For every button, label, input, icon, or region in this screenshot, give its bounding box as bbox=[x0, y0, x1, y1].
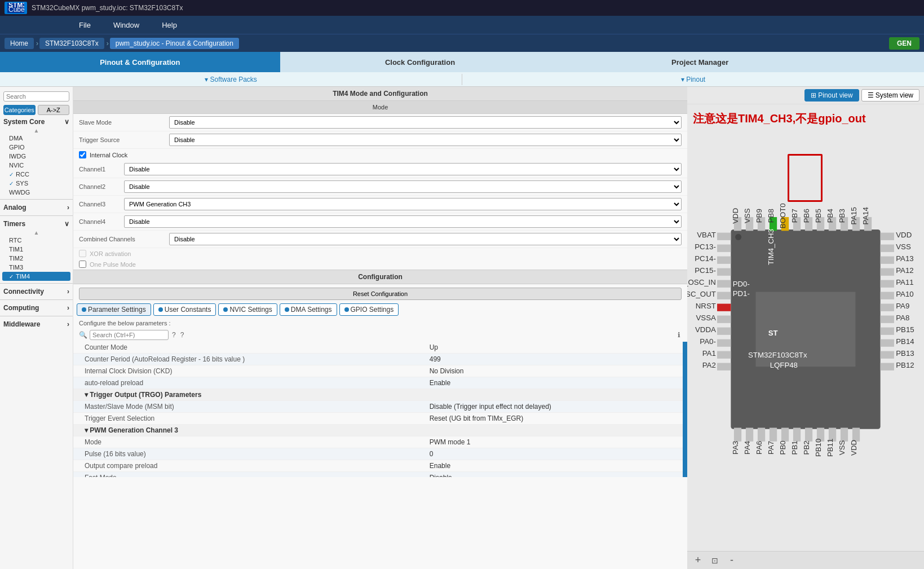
sidebar-item-sys[interactable]: SYS bbox=[0, 179, 73, 188]
svg-rect-95 bbox=[781, 428, 789, 442]
tab-project-manager[interactable]: Project Manager bbox=[560, 52, 840, 72]
one-pulse-checkbox[interactable] bbox=[79, 261, 86, 268]
svg-text:PA2: PA2 bbox=[702, 361, 716, 369]
sub-tab-nvic[interactable]: NVIC Settings bbox=[218, 303, 277, 316]
one-pulse-row: One Pulse Mode bbox=[73, 259, 687, 270]
table-row: Counter Mode Up bbox=[73, 342, 687, 354]
tab-clock-configuration[interactable]: Clock Configuration bbox=[280, 52, 560, 72]
sidebar-section-computing[interactable]: Computing › bbox=[0, 302, 73, 314]
dot-dma bbox=[285, 307, 289, 312]
svg-rect-45 bbox=[717, 292, 731, 299]
sidebar-section-connectivity[interactable]: Connectivity › bbox=[0, 286, 73, 297]
table-row: Counter Period (AutoReload Register - 16… bbox=[73, 354, 687, 365]
sidebar-section-system-core[interactable]: System Core ∨ bbox=[0, 116, 73, 127]
params-help-icon-2[interactable]: ? bbox=[179, 330, 185, 340]
svg-rect-42 bbox=[717, 280, 731, 288]
scroll-up-indicator[interactable]: ▲ bbox=[0, 127, 73, 134]
breadcrumb-project[interactable]: pwm_study.ioc - Pinout & Configuration bbox=[110, 38, 239, 49]
breadcrumb-mcu[interactable]: STM32F103C8Tx bbox=[39, 38, 104, 49]
sidebar-item-tim2[interactable]: TIM2 bbox=[0, 254, 73, 263]
breadcrumb-arrow-2: › bbox=[107, 39, 109, 47]
svg-point-109 bbox=[735, 234, 741, 240]
sidebar-item-wwdg[interactable]: WWDG bbox=[0, 188, 73, 197]
tab-pinout-view[interactable]: ⊞ Pinout view bbox=[804, 89, 859, 102]
sidebar-item-rtc[interactable]: RTC bbox=[0, 236, 73, 245]
trigger-source-select[interactable]: Disable bbox=[169, 134, 682, 146]
menu-help[interactable]: Help bbox=[151, 21, 188, 29]
menu-window[interactable]: Window bbox=[102, 21, 151, 29]
channel2-select[interactable]: Disable bbox=[124, 180, 682, 193]
params-info-icon[interactable]: ℹ bbox=[677, 330, 682, 340]
combined-channels-select[interactable]: Disable bbox=[169, 233, 682, 245]
sidebar-section-timers[interactable]: Timers ∨ bbox=[0, 218, 73, 230]
svg-text:PB5: PB5 bbox=[814, 209, 823, 223]
chip-diagram: ST STM32F103C8Tx LQFP48 VDD VSS PB9 PB8 bbox=[687, 133, 924, 551]
menubar: File Window Help bbox=[0, 16, 924, 34]
channel3-select[interactable]: PWM Generation CH3 bbox=[124, 198, 682, 210]
fit-icon[interactable]: ⊡ bbox=[709, 554, 721, 567]
svg-text:PC13-: PC13- bbox=[695, 242, 716, 251]
reset-configuration-button[interactable]: Reset Configuration bbox=[79, 288, 682, 300]
sidebar-item-nvic[interactable]: NVIC bbox=[0, 161, 73, 170]
tab-az[interactable]: A->Z bbox=[38, 105, 70, 115]
svg-rect-91 bbox=[758, 428, 765, 442]
svg-rect-53 bbox=[717, 339, 731, 347]
svg-rect-47 bbox=[717, 304, 731, 311]
tab-system-view[interactable]: ☰ System view bbox=[861, 89, 919, 102]
svg-text:RCC_OSC_OUT: RCC_OSC_OUT bbox=[687, 290, 716, 298]
generate-button[interactable]: GEN bbox=[889, 37, 919, 50]
sub-tab-gpio[interactable]: GPIO Settings bbox=[339, 303, 399, 316]
svg-rect-77 bbox=[881, 316, 894, 323]
svg-text:PA1: PA1 bbox=[702, 349, 716, 358]
sidebar-item-tim3[interactable]: TIM3 bbox=[0, 263, 73, 272]
sidebar-item-gpio[interactable]: GPIO bbox=[0, 143, 73, 152]
svg-text:PA11: PA11 bbox=[896, 278, 913, 286]
svg-text:PA3: PA3 bbox=[731, 441, 740, 455]
tab-pinout-configuration[interactable]: Pinout & Configuration bbox=[0, 52, 280, 72]
svg-text:CubeMX: CubeMX bbox=[8, 6, 24, 13]
sidebar: Categories A->Z System Core ∨ ▲ DMA GPIO… bbox=[0, 87, 73, 569]
internal-clock-checkbox[interactable] bbox=[79, 151, 86, 158]
slave-mode-select[interactable]: Disable bbox=[169, 116, 682, 129]
svg-text:VBAT: VBAT bbox=[697, 231, 716, 239]
search-input[interactable] bbox=[3, 91, 69, 102]
slave-mode-row: Slave Mode Disable bbox=[73, 114, 687, 131]
zoom-in-icon[interactable]: + bbox=[692, 554, 704, 567]
sidebar-item-tim4[interactable]: TIM4 bbox=[2, 272, 70, 281]
breadcrumb-home[interactable]: Home bbox=[5, 38, 34, 49]
svg-text:VDD: VDD bbox=[850, 440, 858, 456]
tab-categories[interactable]: Categories bbox=[3, 105, 36, 115]
sidebar-section-analog[interactable]: Analog › bbox=[0, 202, 73, 213]
sub-tab-parameters[interactable]: Parameter Settings bbox=[77, 303, 151, 316]
zoom-out-icon[interactable]: - bbox=[726, 554, 738, 567]
sidebar-item-dma[interactable]: DMA bbox=[0, 134, 73, 143]
sidebar-section-middleware[interactable]: Middleware › bbox=[0, 319, 73, 330]
channel4-label: Channel4 bbox=[79, 218, 124, 225]
channel3-label: Channel3 bbox=[79, 201, 124, 208]
params-search-input[interactable] bbox=[90, 330, 169, 340]
sidebar-item-iwdg[interactable]: IWDG bbox=[0, 152, 73, 161]
pinout-btn[interactable]: ▾ Pinout bbox=[677, 76, 710, 83]
channel4-select[interactable]: Disable bbox=[124, 215, 682, 228]
svg-rect-105 bbox=[841, 428, 848, 442]
svg-text:PB2: PB2 bbox=[802, 440, 811, 455]
divider-5 bbox=[0, 316, 73, 316]
svg-text:PB0: PB0 bbox=[779, 440, 787, 455]
xor-checkbox[interactable] bbox=[79, 250, 86, 257]
sub-tab-user-constants[interactable]: User Constants bbox=[153, 303, 216, 316]
software-packs-btn[interactable]: ▾ Software Packs bbox=[200, 76, 262, 83]
sub-tab-dma[interactable]: DMA Settings bbox=[280, 303, 337, 316]
menu-file[interactable]: File bbox=[68, 21, 102, 29]
svg-rect-83 bbox=[881, 351, 894, 359]
svg-text:VSS: VSS bbox=[838, 440, 846, 455]
sidebar-item-tim1[interactable]: TIM1 bbox=[0, 245, 73, 254]
svg-rect-49 bbox=[717, 316, 731, 323]
params-help-icon-1[interactable]: ? bbox=[171, 330, 177, 340]
channel1-select[interactable]: Disable bbox=[124, 163, 682, 175]
scroll-timers-up[interactable]: ▲ bbox=[0, 230, 73, 236]
scroll-bar[interactable] bbox=[683, 342, 687, 477]
tab-extra[interactable] bbox=[840, 52, 924, 72]
svg-rect-34 bbox=[717, 233, 731, 240]
svg-rect-36 bbox=[717, 245, 731, 252]
sidebar-item-rcc[interactable]: RCC bbox=[0, 170, 73, 179]
